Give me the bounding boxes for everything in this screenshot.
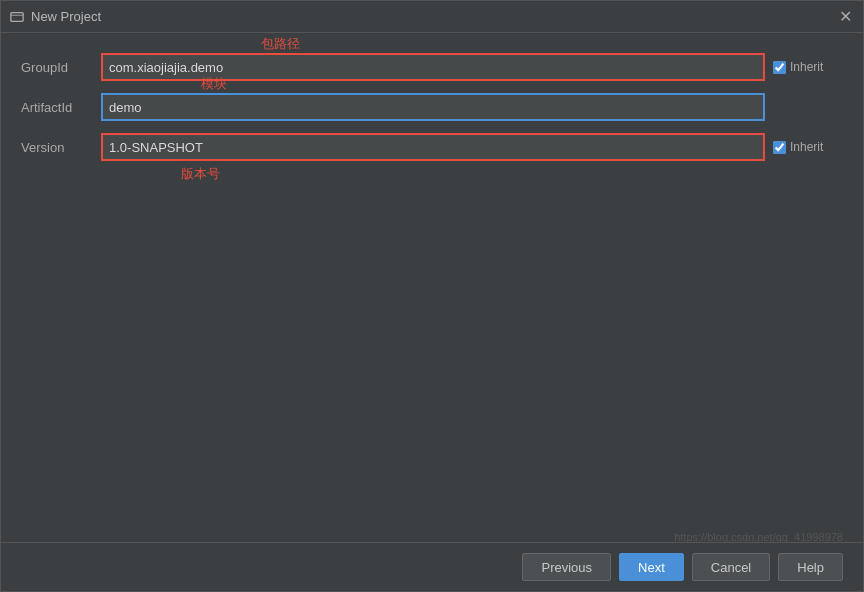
dialog-title: New Project	[31, 9, 101, 24]
artifactid-input[interactable]	[101, 93, 765, 121]
version-input[interactable]	[101, 133, 765, 161]
groupid-inherit-label: Inherit	[790, 60, 823, 74]
groupid-input[interactable]	[101, 53, 765, 81]
previous-button[interactable]: Previous	[522, 553, 611, 581]
groupid-annotation: 包路径	[261, 35, 300, 53]
version-row: Version 版本号 Inherit	[21, 133, 843, 161]
groupid-row: GroupId 包路径 Inherit	[21, 53, 843, 81]
groupid-inherit-wrapper: Inherit	[773, 60, 843, 74]
groupid-label: GroupId	[21, 60, 101, 75]
artifactid-field-wrapper: 模块	[101, 93, 765, 121]
version-inherit-label: Inherit	[790, 140, 823, 154]
next-button[interactable]: Next	[619, 553, 684, 581]
help-button[interactable]: Help	[778, 553, 843, 581]
groupid-field-wrapper: 包路径	[101, 53, 765, 81]
version-inherit-wrapper: Inherit	[773, 140, 843, 154]
artifactid-label: ArtifactId	[21, 100, 101, 115]
title-bar: New Project ✕	[1, 1, 863, 33]
svg-rect-0	[11, 12, 23, 21]
groupid-inherit-checkbox[interactable]	[773, 61, 786, 74]
form-content: GroupId 包路径 Inherit ArtifactId 模块	[1, 33, 863, 542]
version-field-wrapper: 版本号	[101, 133, 765, 161]
new-project-dialog: New Project ✕ GroupId 包路径 Inherit Artifa…	[0, 0, 864, 592]
watermark: https://blog.csdn.net/qq_41998978	[674, 531, 843, 543]
dialog-footer: Previous Next Cancel Help	[1, 542, 863, 591]
close-button[interactable]: ✕	[835, 7, 855, 27]
artifactid-row: ArtifactId 模块	[21, 93, 843, 121]
cancel-button[interactable]: Cancel	[692, 553, 770, 581]
version-label: Version	[21, 140, 101, 155]
version-inherit-checkbox[interactable]	[773, 141, 786, 154]
title-bar-left: New Project	[9, 9, 101, 25]
project-icon	[9, 9, 25, 25]
